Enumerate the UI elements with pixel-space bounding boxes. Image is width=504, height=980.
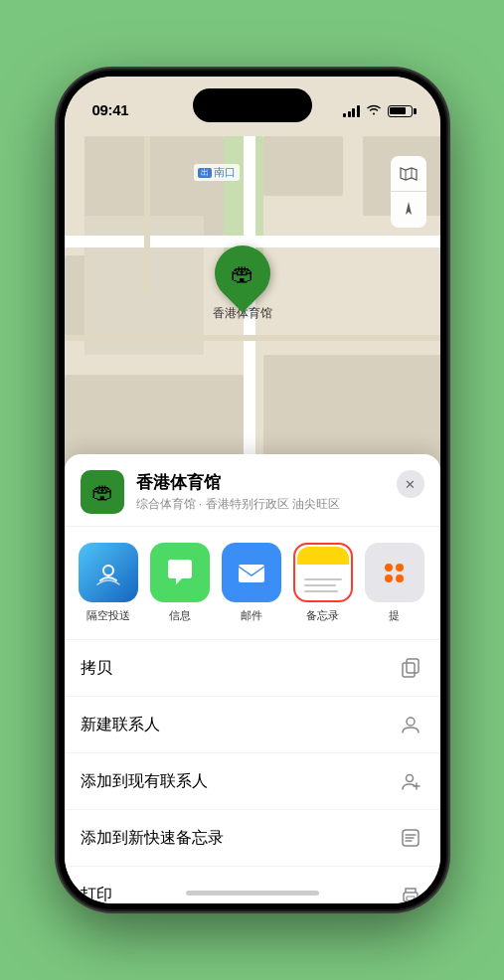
action-add-existing[interactable]: 添加到现有联系人 [65, 753, 440, 810]
phone-frame: 09:41 [59, 71, 446, 909]
signal-icon [343, 105, 360, 117]
action-print-label: 打印 [81, 885, 112, 904]
close-button[interactable]: ✕ [397, 470, 424, 498]
notes-icon [293, 543, 353, 602]
more-label: 提 [389, 608, 400, 623]
airdrop-icon [79, 543, 138, 602]
pin-icon: 🏟 [231, 259, 254, 287]
action-add-notes[interactable]: 添加到新快速备忘录 [65, 810, 440, 867]
action-copy-label: 拷贝 [81, 658, 112, 679]
wifi-icon [366, 103, 382, 118]
copy-icon [397, 654, 424, 682]
map-controls [391, 156, 426, 228]
share-row: 隔空投送 信息 [65, 527, 440, 640]
action-add-existing-label: 添加到现有联系人 [81, 771, 208, 792]
airdrop-label: 隔空投送 [86, 608, 130, 623]
notes-line-1 [304, 578, 342, 580]
quick-note-icon [397, 824, 424, 852]
map-label-icon: 出 [198, 168, 212, 178]
person-add-icon [397, 767, 424, 795]
venue-pin: 🏟 香港体育馆 [213, 245, 272, 322]
share-notes[interactable]: 备忘录 [291, 543, 355, 623]
notes-icon-inner [297, 547, 349, 598]
map-type-button[interactable] [391, 156, 426, 192]
svg-rect-3 [403, 663, 415, 677]
venue-subtitle: 综合体育馆 · 香港特别行政区 油尖旺区 [136, 496, 424, 513]
messages-label: 信息 [169, 608, 191, 623]
phone-screen: 09:41 [65, 77, 440, 903]
battery-icon [388, 105, 413, 117]
venue-icon: 🏟 [81, 470, 124, 514]
svg-rect-1 [239, 565, 264, 582]
notes-line-3 [304, 590, 338, 592]
action-new-contact[interactable]: 新建联系人 [65, 697, 440, 753]
svg-point-4 [407, 718, 415, 726]
svg-rect-13 [407, 897, 415, 900]
mail-label: 邮件 [241, 608, 262, 623]
status-icons [343, 103, 413, 118]
print-icon [397, 881, 424, 903]
notes-label: 备忘录 [306, 608, 339, 623]
share-mail[interactable]: 邮件 [220, 543, 283, 623]
map-area[interactable]: 出南口 � [65, 77, 440, 494]
action-new-contact-label: 新建联系人 [81, 715, 160, 735]
dynamic-island [193, 88, 312, 122]
person-icon [397, 711, 424, 738]
home-indicator [186, 891, 319, 896]
sheet-header: 🏟 香港体育馆 综合体育馆 · 香港特别行政区 油尖旺区 ✕ [65, 454, 440, 527]
share-airdrop[interactable]: 隔空投送 [77, 543, 140, 623]
action-add-notes-label: 添加到新快速备忘录 [81, 828, 224, 849]
action-copy[interactable]: 拷贝 [65, 640, 440, 697]
venue-name: 香港体育馆 [136, 471, 424, 494]
map-south-entrance-label: 出南口 [194, 164, 240, 181]
share-messages[interactable]: 信息 [148, 543, 212, 623]
svg-rect-2 [407, 659, 419, 673]
venue-info: 香港体育馆 综合体育馆 · 香港特别行政区 油尖旺区 [136, 471, 424, 513]
messages-icon [150, 543, 210, 602]
action-list: 拷贝 新建联系人 [65, 640, 440, 903]
share-more[interactable]: 提 [363, 543, 426, 623]
pin-circle: 🏟 [203, 234, 281, 312]
bottom-sheet: 🏟 香港体育馆 综合体育馆 · 香港特别行政区 油尖旺区 ✕ [65, 454, 440, 903]
more-icon [365, 543, 424, 602]
status-time: 09:41 [92, 101, 129, 118]
location-button[interactable] [391, 192, 426, 228]
mail-icon [222, 543, 281, 602]
action-print[interactable]: 打印 [65, 867, 440, 903]
svg-point-0 [103, 566, 113, 575]
svg-point-5 [406, 775, 413, 782]
notes-line-2 [304, 584, 336, 586]
